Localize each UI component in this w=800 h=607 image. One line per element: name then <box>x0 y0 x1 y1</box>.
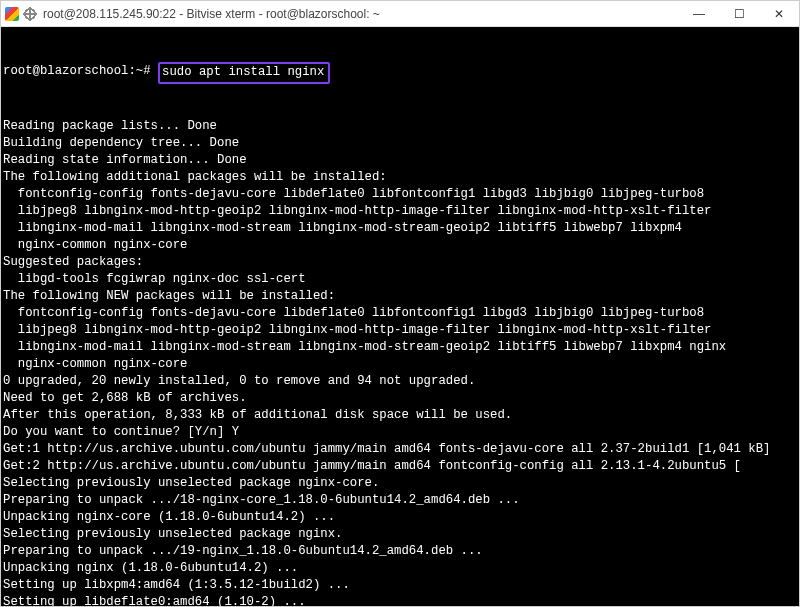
close-button[interactable]: ✕ <box>759 1 799 27</box>
prompt-line: root@blazorschool:~# sudo apt install ng… <box>3 63 797 84</box>
window-title: root@208.115.245.90:22 - Bitvise xterm -… <box>43 7 679 21</box>
prompt-symbol: # <box>143 64 150 78</box>
maximize-button[interactable]: ☐ <box>719 1 759 27</box>
prompt-user-host: root@blazorschool <box>3 64 128 78</box>
shell-prompt: root@blazorschool:~# <box>3 63 158 80</box>
app-window: root@208.115.245.90:22 - Bitvise xterm -… <box>0 0 800 607</box>
terminal-pane[interactable]: root@blazorschool:~# sudo apt install ng… <box>1 27 799 606</box>
terminal-output: Reading package lists... Done Building d… <box>3 118 797 606</box>
titlebar[interactable]: root@208.115.245.90:22 - Bitvise xterm -… <box>1 1 799 27</box>
minimize-button[interactable]: — <box>679 1 719 27</box>
app-icon <box>5 7 19 21</box>
highlighted-command: sudo apt install nginx <box>158 62 330 84</box>
settings-icon <box>23 7 37 21</box>
